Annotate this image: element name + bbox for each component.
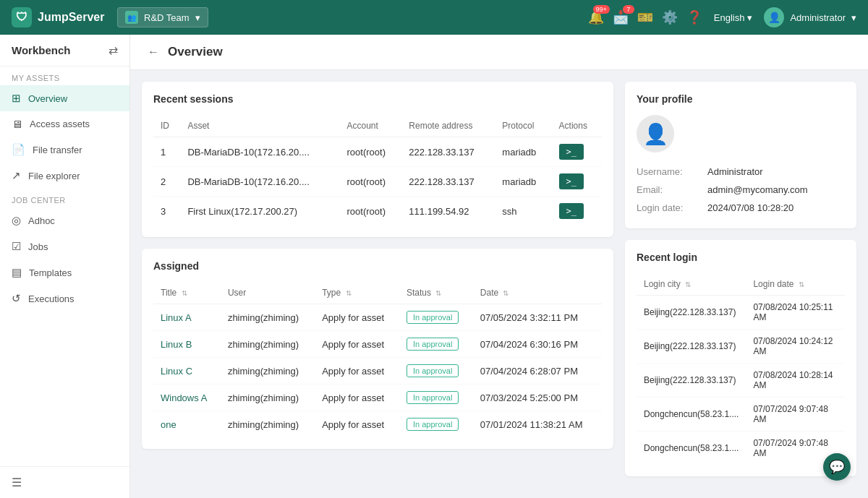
session-connect-button[interactable]: >_ (559, 203, 584, 219)
messages-badge: 7 (623, 5, 634, 14)
chat-button[interactable]: 💬 (823, 453, 851, 481)
ticket-button[interactable]: 🎫 (637, 9, 653, 25)
chevron-down-icon: ▾ (851, 12, 856, 23)
job-center-section-label: JOB CENTER (0, 189, 129, 207)
language-selector[interactable]: English ▾ (714, 12, 753, 23)
assigned-status: In approval (399, 331, 473, 358)
assigned-title-link[interactable]: Linux A (161, 312, 192, 323)
col-user: User (221, 282, 315, 304)
assigned-title-link[interactable]: Windows A (161, 392, 207, 403)
messages-button[interactable]: 📩 7 (613, 9, 629, 25)
session-action: >_ (552, 197, 602, 226)
assigned-title-link[interactable]: Linux B (161, 339, 192, 350)
assigned-status: In approval (399, 385, 473, 411)
top-navigation: 🛡 JumpServer 👥 R&D Team ▾ 🔔 99+ 📩 7 🎫 ⚙️… (0, 0, 868, 35)
adhoc-icon: ◎ (12, 214, 21, 227)
sidebar-item-adhoc[interactable]: ◎ Adhoc (0, 207, 129, 233)
col-actions: Actions (552, 115, 602, 137)
login-table: Login city ⇅ Login date ⇅ Beijing(222.12… (637, 273, 845, 465)
team-selector[interactable]: 👥 R&D Team ▾ (117, 7, 208, 27)
assigned-user: zhiming(zhiming) (221, 304, 315, 331)
col-asset: Asset (180, 115, 339, 137)
sidebar-item-access-assets[interactable]: 🖥 Access assets (0, 111, 129, 137)
file-transfer-icon: 📄 (12, 143, 25, 156)
sidebar-item-label: Overview (28, 93, 67, 104)
email-value: admin@mycomany.com (707, 184, 808, 195)
sidebar-toggle-button[interactable]: ⇄ (109, 43, 118, 57)
recent-login-card: Recent login Login city ⇅ Login date ⇅ (625, 240, 856, 476)
user-menu[interactable]: 👤 Administrator ▾ (764, 7, 856, 27)
sessions-table-scroll[interactable]: ID Asset Account Remote address Protocol… (153, 115, 602, 226)
session-account: root(root) (340, 197, 402, 226)
settings-button[interactable]: ⚙️ (662, 9, 678, 25)
table-row: Windows A zhiming(zhiming) Apply for ass… (153, 385, 602, 411)
sort-icon: ⇅ (182, 289, 187, 297)
assigned-type: Apply for asset (315, 331, 399, 358)
sidebar-item-file-explorer[interactable]: ↗ File explorer (0, 163, 129, 189)
status-badge: In approval (407, 391, 459, 404)
assigned-title: Assigned (153, 260, 602, 272)
session-account: root(root) (340, 167, 402, 197)
assigned-title-cell: Linux B (153, 331, 221, 358)
sidebar-item-label: File transfer (33, 145, 82, 155)
back-button[interactable]: ← (148, 46, 159, 59)
team-name: R&D Team (144, 12, 190, 23)
sort-icon: ⇅ (685, 280, 691, 288)
language-label: English (714, 12, 745, 23)
col-status: Status ⇅ (399, 282, 473, 304)
session-remote-address: 222.128.33.137 (401, 137, 495, 167)
assigned-card: Assigned Title ⇅ User Type ⇅ Status ⇅ Da… (142, 249, 613, 449)
profile-avatar: 👤 (637, 115, 674, 153)
assigned-table: Title ⇅ User Type ⇅ Status ⇅ Date ⇅ Linu… (153, 282, 602, 437)
table-row: 1 DB-MariaDB-10(172.16.20.... root(root)… (153, 137, 602, 167)
sort-icon: ⇅ (435, 289, 441, 297)
content-header: ← Overview (130, 35, 868, 70)
assigned-title-cell: Linux C (153, 358, 221, 385)
content-body: Recent sessions ID Asset Account Remote … (130, 70, 868, 488)
notifications-badge: 99+ (593, 5, 610, 14)
status-badge: In approval (407, 338, 459, 351)
sidebar-item-templates[interactable]: ▤ Templates (0, 259, 129, 286)
table-row: Beijing(222.128.33.137) 07/08/2024 10:25… (637, 296, 845, 330)
table-row: Linux C zhiming(zhiming) Apply for asset… (153, 358, 602, 385)
recent-login-title: Recent login (637, 252, 845, 263)
session-asset: First Linux(172.17.200.27) (180, 197, 339, 226)
sidebar-item-executions[interactable]: ↺ Executions (0, 286, 129, 312)
profile-title: Your profile (637, 93, 845, 105)
assigned-title-link[interactable]: one (161, 419, 176, 430)
sidebar-item-overview[interactable]: ⊞ Overview (0, 85, 129, 111)
page-title: Overview (168, 45, 223, 59)
status-badge: In approval (407, 311, 459, 324)
status-badge: In approval (407, 364, 459, 377)
login-date: 07/08/2024 10:24:12 AM (746, 330, 845, 364)
session-connect-button[interactable]: >_ (559, 144, 584, 160)
assigned-date: 07/01/2024 11:38:21 AM (473, 411, 602, 438)
help-button[interactable]: ❓ (686, 9, 702, 25)
notifications-button[interactable]: 🔔 99+ (588, 9, 604, 25)
content-right: Your profile 👤 Username: Administrator E… (625, 82, 856, 476)
assigned-title-cell: Linux A (153, 304, 221, 331)
content-left: Recent sessions ID Asset Account Remote … (142, 82, 613, 476)
user-avatar: 👤 (764, 7, 784, 27)
sidebar-item-jobs[interactable]: ☑ Jobs (0, 233, 129, 259)
recent-sessions-card: Recent sessions ID Asset Account Remote … (142, 82, 613, 237)
login-city: Beijing(222.128.33.137) (637, 296, 746, 330)
sidebar-collapse-button[interactable]: ☰ (0, 466, 129, 498)
assigned-title-link[interactable]: Linux C (161, 366, 192, 377)
session-id: 1 (153, 137, 180, 167)
login-city: Dongchencun(58.23.1.... (637, 398, 746, 432)
login-date-label: Login date: (637, 202, 702, 213)
team-icon: 👥 (125, 11, 138, 24)
assigned-user: zhiming(zhiming) (221, 331, 315, 358)
col-date: Date ⇅ (473, 282, 602, 304)
sort-icon: ⇅ (346, 289, 352, 297)
col-type: Type ⇅ (315, 282, 399, 304)
table-row: Dongchencun(58.23.1.... 07/07/2024 9:07:… (637, 432, 845, 465)
session-id: 2 (153, 167, 180, 197)
session-connect-button[interactable]: >_ (559, 173, 584, 189)
topnav-right: 🔔 99+ 📩 7 🎫 ⚙️ ❓ English ▾ 👤 Administrat… (588, 7, 856, 27)
login-date: 07/08/2024 10:25:11 AM (746, 296, 845, 330)
user-name: Administrator (790, 12, 846, 23)
sidebar-item-file-transfer[interactable]: 📄 File transfer (0, 137, 129, 163)
assigned-status: In approval (399, 304, 473, 331)
